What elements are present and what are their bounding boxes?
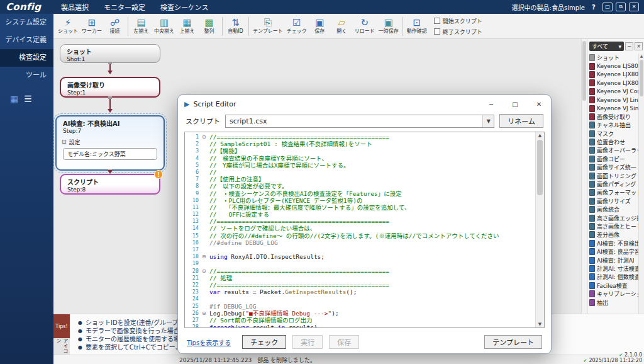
close-button[interactable]: ✕ — [629, 3, 639, 11]
palette-item[interactable]: 画面トリミング — [587, 171, 638, 179]
palette-item[interactable]: 画像オーバーラップ — [587, 146, 638, 154]
palette-item[interactable]: Keyence LJX8000A... — [587, 79, 638, 87]
apps-grid-icon[interactable]: ▦ — [10, 94, 18, 103]
editor-maximize-button[interactable]: □ — [503, 95, 527, 113]
save-button[interactable]: 保存 — [329, 335, 359, 349]
chevron-down-icon[interactable]: ▼ — [482, 115, 494, 127]
show-tips-link[interactable]: Tipsを表示する — [187, 338, 231, 347]
menu-item[interactable]: モニター設定 — [96, 0, 153, 14]
run-button[interactable]: 実行 — [292, 335, 323, 349]
canvas-vertical-scrollbar[interactable] — [581, 39, 587, 314]
menu-item[interactable]: 検査シーケンス — [153, 0, 216, 14]
scrollbar-thumb[interactable] — [640, 60, 643, 96]
app-logo: Config — [0, 1, 53, 13]
flow-node-shot[interactable]: ショット Shot:1 — [60, 44, 160, 63]
list-menu-icon[interactable]: ☰ — [24, 94, 32, 103]
fold-toggle[interactable]: ⊟ — [201, 134, 209, 140]
palette-item[interactable]: Keyence VJ SingleFr... — [587, 104, 638, 112]
toolbar-button[interactable]: ▤左揃え — [130, 14, 152, 38]
palette-item[interactable]: 画像パディング — [587, 180, 638, 188]
palette-item[interactable]: 画像統合 — [587, 205, 638, 213]
menu-item[interactable]: 製品選択 — [53, 0, 96, 14]
palette-close-button[interactable]: × — [635, 42, 643, 50]
palette-filter-dropdown[interactable]: すべて ▾ — [589, 42, 624, 51]
sidebar-item[interactable]: システム設定 — [0, 14, 53, 31]
palette-item[interactable]: 画像リサイズ — [587, 197, 638, 205]
editor-vertical-scrollbar[interactable]: ▲ ▼ — [535, 132, 544, 327]
code-line: 13//====================================… — [185, 218, 535, 225]
check-button[interactable]: チェック — [242, 335, 286, 349]
sidebar-item[interactable]: ツール — [0, 67, 53, 84]
collapse-icon[interactable]: ⊟ — [62, 139, 67, 145]
script-checkbox[interactable]: 開始スクリプト — [434, 17, 482, 25]
palette-item[interactable]: Keyence LJX8000A S... — [587, 71, 638, 79]
palette-item[interactable]: 画像フォーマット変換 — [587, 188, 638, 196]
flow-node-image-receive[interactable]: 画像受け取り Step:1 — [60, 77, 160, 98]
toolbar-button[interactable]: ▦上揃え — [176, 14, 198, 38]
toolbar-button[interactable]: ▩整列 — [198, 14, 220, 38]
icons-tab[interactable]: アイコン — [53, 338, 70, 355]
toolbar-button[interactable]: ⚡ショット — [56, 14, 80, 38]
palette-scrollbar[interactable]: ▲ — [638, 54, 644, 314]
template-button[interactable]: テンプレート — [484, 335, 542, 349]
palette-item[interactable]: 差分画像 — [587, 230, 638, 239]
palette-item[interactable]: 計測AI: 寸法検査 — [587, 264, 638, 273]
script-checkbox[interactable]: 終了スクリプト — [434, 28, 482, 36]
palette-item[interactable]: AI検査: 良品学習AI — [587, 247, 638, 256]
palette-item[interactable]: Keyence LJS8000 ... — [587, 62, 638, 70]
fold-toggle[interactable]: ⊟ — [201, 268, 209, 275]
palette-item[interactable]: 計測AI: 個数検査 — [587, 273, 638, 281]
toolbar-button[interactable]: ⊞ワーカー — [80, 14, 104, 38]
palette-item[interactable]: 画像サイズ統一 — [587, 163, 638, 171]
scrollbar-thumb[interactable] — [537, 140, 543, 195]
flow-node-script[interactable]: スクリプト Step:8 ! — [60, 174, 160, 195]
toolbar-button[interactable]: ☑チェック — [285, 14, 309, 38]
fold-toggle[interactable]: ⊟ — [201, 310, 209, 317]
toolbar-button[interactable]: ▱開く — [331, 14, 353, 38]
fold-toggle — [201, 147, 209, 154]
toolbar-button[interactable]: ⎘テンプレート — [251, 14, 285, 38]
palette-item[interactable]: Facilea検査 — [587, 282, 638, 290]
palette-item[interactable]: Keyence VJ Continu... — [587, 88, 638, 96]
toolbar-button[interactable]: ▣一時保存 — [377, 14, 401, 38]
model-name-box[interactable]: モデル名:ミックス野菜 — [63, 148, 157, 160]
toolbar-button[interactable]: ▣保存 — [309, 14, 331, 38]
toolbar-button[interactable]: ↻リロード — [353, 14, 377, 38]
editor-titlebar[interactable]: ▶ Script Editor ─□✕ — [178, 95, 551, 113]
help-button[interactable]: ? — [589, 3, 598, 11]
toolbar-button[interactable]: ⊡動作確認 — [405, 14, 429, 38]
palette-item[interactable]: 抽出 — [587, 298, 638, 306]
layout-button[interactable]: ⧉ — [616, 3, 626, 11]
palette-item[interactable]: チャネル抽出 — [587, 121, 638, 129]
scroll-up-icon[interactable]: ▲ — [536, 133, 544, 138]
editor-close-button[interactable]: ✕ — [527, 95, 551, 113]
sidebar-item[interactable]: デバイス定義 — [0, 31, 53, 49]
palette-item[interactable]: AI検査: 不良検出AI — [587, 239, 638, 247]
fold-toggle[interactable]: ⊟ — [201, 253, 209, 260]
script-select-dropdown[interactable]: script1.csx ▼ — [225, 115, 494, 128]
palette-item[interactable]: 位置合わせ — [587, 138, 638, 146]
palette-item[interactable]: 画像受け取り — [587, 113, 638, 121]
flow-node-ai-inspect[interactable]: AI検査: 不良検出AI Step:7 ⊟ 設定 モデル名:ミックス野菜 — [55, 115, 165, 171]
palette-item[interactable]: Keyence VJ LineSca... — [587, 96, 638, 104]
rename-button[interactable]: リネーム — [499, 114, 543, 128]
palette-minimize-button[interactable]: − — [625, 42, 633, 50]
palette-item[interactable]: ショット — [587, 54, 638, 62]
toolbar-button[interactable]: ▥中央揃え — [152, 14, 176, 38]
code-editor[interactable]: 1⊟//====================================… — [184, 132, 545, 328]
toolbar-button[interactable]: ☍接続 — [104, 14, 126, 38]
node-settings-section[interactable]: ⊟ 設定 — [57, 136, 164, 148]
palette-item[interactable]: マスク — [587, 130, 638, 138]
toolbar-button[interactable]: ⇅自動ID — [225, 14, 247, 38]
scrollbar-thumb[interactable] — [582, 41, 586, 101]
palette-item[interactable]: AI検査: 計測AI — [587, 256, 638, 264]
palette-item[interactable]: 画像コピー — [587, 155, 638, 163]
editor-minimize-button[interactable]: ─ — [479, 95, 503, 113]
palette-item[interactable]: 高さ画像とヒートマップ変換 — [587, 222, 638, 230]
maximize-button[interactable]: ▢ — [602, 3, 613, 11]
tips-tab[interactable]: Tips! — [53, 314, 70, 338]
palette-item[interactable]: キャリブレーション — [587, 290, 638, 298]
sidebar-item[interactable]: 検査設定 — [0, 49, 53, 67]
scroll-down-icon[interactable]: ▼ — [536, 322, 544, 327]
palette-item[interactable]: 高さ画像エッジ抽出(LJ... — [587, 213, 638, 222]
